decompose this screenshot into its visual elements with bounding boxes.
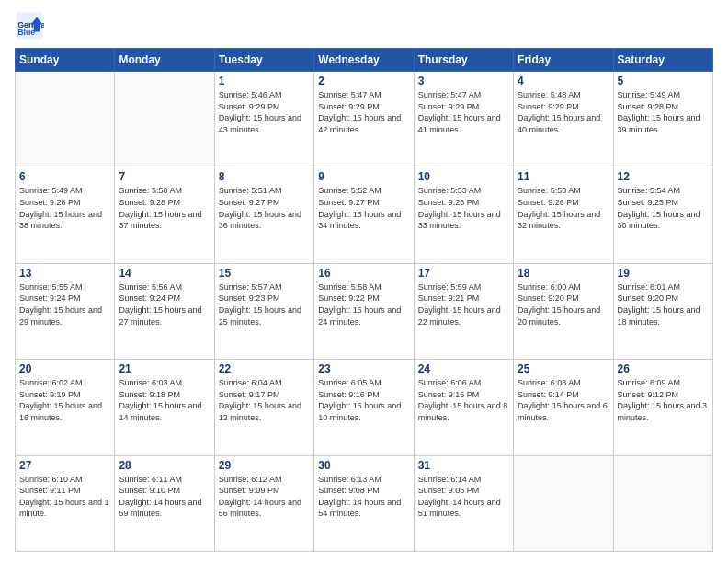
day-number: 28 (119, 459, 210, 472)
day-info: Sunrise: 5:53 AM Sunset: 9:26 PM Dayligh… (518, 185, 609, 231)
day-info: Sunrise: 5:52 AM Sunset: 9:27 PM Dayligh… (318, 185, 409, 231)
calendar-cell: 29Sunrise: 6:12 AM Sunset: 9:09 PM Dayli… (214, 455, 313, 551)
calendar-cell: 30Sunrise: 6:13 AM Sunset: 9:08 PM Dayli… (314, 455, 414, 551)
calendar-table: SundayMondayTuesdayWednesdayThursdayFrid… (15, 48, 713, 552)
day-number: 17 (418, 267, 509, 280)
day-info: Sunrise: 6:08 AM Sunset: 9:14 PM Dayligh… (518, 377, 609, 423)
calendar-cell: 17Sunrise: 5:59 AM Sunset: 9:21 PM Dayli… (414, 263, 513, 359)
day-number: 25 (518, 362, 609, 375)
day-number: 11 (518, 170, 609, 183)
logo-icon: General Blue (15, 11, 44, 40)
weekday-header: Wednesday (314, 49, 414, 72)
day-number: 22 (219, 362, 310, 375)
day-info: Sunrise: 6:06 AM Sunset: 9:15 PM Dayligh… (418, 377, 509, 423)
day-number: 21 (119, 362, 210, 375)
day-number: 19 (618, 267, 709, 280)
calendar-week-row: 20Sunrise: 6:02 AM Sunset: 9:19 PM Dayli… (16, 360, 713, 455)
day-number: 27 (19, 459, 110, 472)
calendar-cell: 2Sunrise: 5:47 AM Sunset: 9:29 PM Daylig… (314, 72, 414, 167)
calendar-cell: 23Sunrise: 6:05 AM Sunset: 9:16 PM Dayli… (314, 360, 414, 455)
calendar-cell: 28Sunrise: 6:11 AM Sunset: 9:10 PM Dayli… (115, 455, 214, 551)
calendar-cell: 22Sunrise: 6:04 AM Sunset: 9:17 PM Dayli… (214, 360, 313, 455)
calendar-cell (115, 72, 214, 167)
calendar-week-row: 6Sunrise: 5:49 AM Sunset: 9:28 PM Daylig… (16, 167, 713, 263)
day-number: 20 (19, 362, 110, 375)
calendar-week-row: 1Sunrise: 5:46 AM Sunset: 9:29 PM Daylig… (16, 72, 713, 167)
header: General Blue (15, 11, 713, 40)
day-info: Sunrise: 6:12 AM Sunset: 9:09 PM Dayligh… (219, 474, 310, 520)
day-info: Sunrise: 5:49 AM Sunset: 9:28 PM Dayligh… (618, 89, 709, 135)
calendar-cell: 21Sunrise: 6:03 AM Sunset: 9:18 PM Dayli… (115, 360, 214, 455)
calendar-cell: 13Sunrise: 5:55 AM Sunset: 9:24 PM Dayli… (16, 263, 115, 359)
calendar-cell: 26Sunrise: 6:09 AM Sunset: 9:12 PM Dayli… (613, 360, 712, 455)
day-info: Sunrise: 6:02 AM Sunset: 9:19 PM Dayligh… (19, 377, 110, 423)
day-info: Sunrise: 5:57 AM Sunset: 9:23 PM Dayligh… (219, 282, 310, 327)
day-number: 30 (318, 459, 409, 472)
day-info: Sunrise: 6:14 AM Sunset: 9:06 PM Dayligh… (418, 474, 509, 520)
day-number: 31 (418, 459, 509, 472)
day-info: Sunrise: 5:53 AM Sunset: 9:26 PM Dayligh… (418, 185, 509, 231)
day-info: Sunrise: 6:03 AM Sunset: 9:18 PM Dayligh… (119, 377, 210, 423)
day-info: Sunrise: 6:11 AM Sunset: 9:10 PM Dayligh… (119, 474, 210, 520)
day-info: Sunrise: 5:46 AM Sunset: 9:29 PM Dayligh… (219, 89, 310, 135)
day-info: Sunrise: 5:54 AM Sunset: 9:25 PM Dayligh… (618, 185, 709, 231)
day-info: Sunrise: 5:59 AM Sunset: 9:21 PM Dayligh… (418, 282, 509, 327)
day-number: 4 (518, 75, 609, 87)
day-number: 29 (219, 459, 310, 472)
day-number: 14 (119, 267, 210, 280)
calendar-cell: 19Sunrise: 6:01 AM Sunset: 9:20 PM Dayli… (613, 263, 712, 359)
day-number: 16 (318, 267, 409, 280)
day-number: 18 (518, 267, 609, 280)
calendar-cell (514, 455, 613, 551)
day-number: 6 (19, 170, 110, 183)
day-info: Sunrise: 6:01 AM Sunset: 9:20 PM Dayligh… (618, 282, 709, 327)
day-number: 26 (618, 362, 709, 375)
day-info: Sunrise: 5:50 AM Sunset: 9:28 PM Dayligh… (119, 185, 210, 231)
page: General Blue SundayMondayTuesdayWednesda… (0, 0, 728, 563)
day-number: 23 (318, 362, 409, 375)
calendar-cell: 9Sunrise: 5:52 AM Sunset: 9:27 PM Daylig… (314, 167, 414, 263)
calendar-cell (613, 455, 712, 551)
day-number: 13 (19, 267, 110, 280)
calendar-cell: 16Sunrise: 5:58 AM Sunset: 9:22 PM Dayli… (314, 263, 414, 359)
day-number: 7 (119, 170, 210, 183)
day-number: 3 (418, 75, 509, 87)
weekday-header: Tuesday (214, 49, 313, 72)
calendar-cell: 20Sunrise: 6:02 AM Sunset: 9:19 PM Dayli… (16, 360, 115, 455)
calendar-cell: 15Sunrise: 5:57 AM Sunset: 9:23 PM Dayli… (214, 263, 313, 359)
day-number: 1 (219, 75, 310, 87)
calendar-cell: 31Sunrise: 6:14 AM Sunset: 9:06 PM Dayli… (414, 455, 513, 551)
day-info: Sunrise: 6:00 AM Sunset: 9:20 PM Dayligh… (518, 282, 609, 327)
calendar-cell: 6Sunrise: 5:49 AM Sunset: 9:28 PM Daylig… (16, 167, 115, 263)
weekday-header: Sunday (16, 49, 115, 72)
calendar-week-row: 27Sunrise: 6:10 AM Sunset: 9:11 PM Dayli… (16, 455, 713, 551)
day-info: Sunrise: 5:51 AM Sunset: 9:27 PM Dayligh… (219, 185, 310, 231)
calendar-cell: 24Sunrise: 6:06 AM Sunset: 9:15 PM Dayli… (414, 360, 513, 455)
day-info: Sunrise: 6:04 AM Sunset: 9:17 PM Dayligh… (219, 377, 310, 423)
day-number: 5 (618, 75, 709, 87)
calendar-cell: 7Sunrise: 5:50 AM Sunset: 9:28 PM Daylig… (115, 167, 214, 263)
weekday-header: Saturday (613, 49, 712, 72)
weekday-header: Friday (514, 49, 613, 72)
calendar-cell: 4Sunrise: 5:48 AM Sunset: 9:29 PM Daylig… (514, 72, 613, 167)
day-info: Sunrise: 6:09 AM Sunset: 9:12 PM Dayligh… (618, 377, 709, 423)
calendar-cell: 10Sunrise: 5:53 AM Sunset: 9:26 PM Dayli… (414, 167, 513, 263)
logo: General Blue (15, 11, 48, 40)
day-number: 12 (618, 170, 709, 183)
day-info: Sunrise: 5:48 AM Sunset: 9:29 PM Dayligh… (518, 89, 609, 135)
day-number: 8 (219, 170, 310, 183)
day-number: 10 (418, 170, 509, 183)
day-info: Sunrise: 6:10 AM Sunset: 9:11 PM Dayligh… (19, 474, 110, 520)
svg-text:Blue: Blue (17, 28, 35, 37)
day-number: 2 (318, 75, 409, 87)
calendar-cell: 5Sunrise: 5:49 AM Sunset: 9:28 PM Daylig… (613, 72, 712, 167)
calendar-cell: 14Sunrise: 5:56 AM Sunset: 9:24 PM Dayli… (115, 263, 214, 359)
calendar-cell: 3Sunrise: 5:47 AM Sunset: 9:29 PM Daylig… (414, 72, 513, 167)
day-info: Sunrise: 6:13 AM Sunset: 9:08 PM Dayligh… (318, 474, 409, 520)
calendar-cell: 1Sunrise: 5:46 AM Sunset: 9:29 PM Daylig… (214, 72, 313, 167)
calendar-cell (16, 72, 115, 167)
day-info: Sunrise: 5:47 AM Sunset: 9:29 PM Dayligh… (318, 89, 409, 135)
calendar-cell: 25Sunrise: 6:08 AM Sunset: 9:14 PM Dayli… (514, 360, 613, 455)
day-info: Sunrise: 5:56 AM Sunset: 9:24 PM Dayligh… (119, 282, 210, 327)
calendar-cell: 27Sunrise: 6:10 AM Sunset: 9:11 PM Dayli… (16, 455, 115, 551)
